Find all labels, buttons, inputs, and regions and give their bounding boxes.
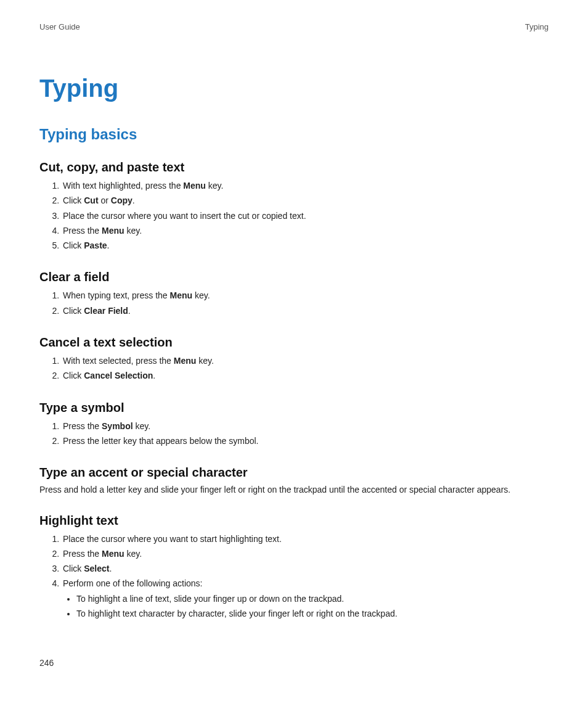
list-item: With text selected, press the Menu key. [62, 353, 549, 368]
header-left: User Guide [39, 22, 80, 31]
block-cancel-selection: Cancel a text selection With text select… [39, 335, 549, 384]
list-item: To highlight text character by character… [76, 606, 549, 621]
block-clear-field: Clear a field When typing text, press th… [39, 270, 549, 318]
list-item: Press the Symbol key. [62, 419, 549, 433]
list-item: Click Select. [62, 561, 549, 576]
list-item: Place the cursor where you want to start… [62, 532, 549, 546]
steps-cancel-selection: With text selected, press the Menu key. … [39, 353, 549, 384]
sub-bullets: To highlight a line of text, slide your … [63, 591, 549, 622]
page: User Guide Typing Typing Typing basics C… [0, 0, 588, 706]
para-type-accent: Press and hold a letter key and slide yo… [39, 483, 549, 496]
subhead-type-accent: Type an accent or special character [39, 466, 549, 480]
list-item: Click Clear Field. [62, 303, 549, 318]
subhead-type-symbol: Type a symbol [39, 401, 549, 415]
section-heading: Typing basics [39, 126, 549, 143]
block-type-accent: Type an accent or special character Pres… [39, 466, 549, 496]
subhead-clear-field: Clear a field [39, 270, 549, 284]
block-cut-copy-paste: Cut, copy, and paste text With text high… [39, 160, 549, 253]
list-item: Perform one of the following actions: To… [62, 576, 549, 622]
list-item: Place the cursor where you want to inser… [62, 208, 549, 223]
subhead-cancel-selection: Cancel a text selection [39, 335, 549, 350]
header-right: Typing [525, 22, 549, 31]
list-item: Press the Menu key. [62, 223, 549, 238]
block-type-symbol: Type a symbol Press the Symbol key. Pres… [39, 401, 549, 449]
steps-highlight-text: Place the cursor where you want to start… [39, 532, 549, 623]
steps-type-symbol: Press the Symbol key. Press the letter k… [39, 419, 549, 449]
list-item: With text highlighted, press the Menu ke… [62, 178, 549, 193]
list-item: Press the letter key that appears below … [62, 433, 549, 448]
steps-cut-copy-paste: With text highlighted, press the Menu ke… [39, 178, 549, 253]
page-title: Typing [39, 75, 549, 102]
page-number: 246 [39, 658, 54, 668]
list-item: Click Cancel Selection. [62, 368, 549, 383]
steps-clear-field: When typing text, press the Menu key. Cl… [39, 288, 549, 318]
list-item: When typing text, press the Menu key. [62, 288, 549, 303]
list-item: Press the Menu key. [62, 546, 549, 561]
block-highlight-text: Highlight text Place the cursor where yo… [39, 514, 549, 623]
subhead-cut-copy-paste: Cut, copy, and paste text [39, 160, 549, 174]
running-header: User Guide Typing [39, 22, 549, 31]
list-item: Click Cut or Copy. [62, 193, 549, 208]
list-item: Click Paste. [62, 238, 549, 253]
list-item: To highlight a line of text, slide your … [76, 591, 549, 606]
subhead-highlight-text: Highlight text [39, 514, 549, 528]
